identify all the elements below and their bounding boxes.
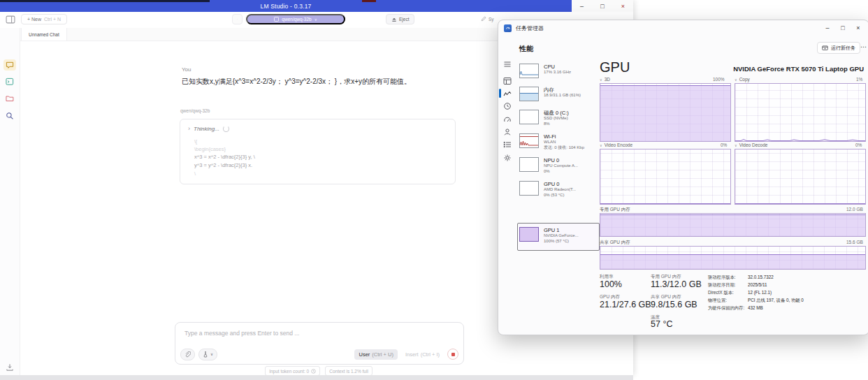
new-task-icon — [822, 45, 828, 51]
thinking-line: \[ — [194, 138, 197, 145]
close-button[interactable]: × — [621, 3, 625, 10]
maximize-button[interactable]: □ — [835, 24, 851, 31]
shared-memory-scale: 15.6 GB — [846, 240, 863, 244]
chart-dedicated-memory — [600, 213, 866, 237]
nav-startup-apps-icon[interactable] — [503, 115, 512, 124]
perf-item-npu[interactable]: NPU 0NPU Compute A...0% — [519, 157, 598, 174]
token-count-pill: Input token count: 0 — [265, 366, 320, 376]
paperclip-icon — [185, 351, 191, 358]
close-button[interactable]: × — [851, 24, 866, 31]
chart-video-encode — [600, 149, 731, 205]
eject-button[interactable]: Eject — [386, 14, 414, 24]
maximize-button[interactable]: □ — [600, 3, 604, 10]
chart-video-decode-scale: 0% — [855, 142, 862, 147]
thinking-line: x^3 = x^2 - \dfrac{2}{3} y, \ — [194, 153, 255, 161]
chat-bubble-icon — [6, 61, 14, 69]
more-options-button[interactable]: ⋯ — [860, 43, 867, 50]
nav-menu-icon[interactable] — [503, 60, 512, 68]
lmstudio-window-controls: – □ × — [572, 0, 633, 12]
cpu-mini-graph — [519, 64, 539, 78]
panels-toggle-icon[interactable] — [6, 15, 15, 24]
dedicated-stat-value: 11.3/12.0 GB — [651, 279, 702, 289]
nav-performance-icon[interactable] — [503, 89, 512, 98]
thinking-label: Thinking... — [194, 126, 219, 132]
stop-generation-button[interactable] — [447, 349, 458, 360]
hardware-reserved-memory-row: 为硬件保留的内存:432 MB — [708, 305, 763, 312]
perf-item-gpu1[interactable]: GPU 1NVIDIA GeForce...100% (57 °C) — [519, 227, 598, 244]
minimize-button[interactable]: – — [580, 3, 584, 10]
insert-button[interactable]: Insert (Ctrl + I) — [401, 349, 444, 360]
background-window-edge — [0, 0, 210, 2]
taskbar-edge — [0, 375, 633, 380]
nav-app-history-icon[interactable] — [503, 102, 512, 110]
flask-icon — [203, 351, 208, 358]
perf-item-gpu0[interactable]: GPU 0AMD Radeon(T...0% (53 °C) — [519, 181, 598, 198]
search-icon — [6, 112, 14, 120]
perf-item-wifi[interactable]: Wi-FiWLAN发送: 0 接收: 104 Kbp — [519, 133, 598, 150]
model-chip-icon — [274, 17, 279, 22]
chart-video-encode-scale: 0% — [721, 142, 727, 147]
copy-activity-trace — [735, 136, 865, 141]
pencil-icon — [481, 16, 486, 22]
sidebar-item-developer[interactable] — [3, 76, 16, 87]
perf-item-disk[interactable]: 磁盘 0 (C:)SSD (NVMe)8% — [519, 110, 598, 126]
chart-shared-memory — [600, 246, 866, 270]
gpu1-mini-graph — [519, 227, 539, 242]
chart-video-decode — [735, 149, 866, 205]
nav-users-icon[interactable] — [503, 128, 512, 136]
sidebar-item-downloads[interactable] — [3, 362, 16, 373]
chart-3d — [600, 83, 731, 142]
perf-item-cpu[interactable]: CPU17% 3.16 GHz — [519, 64, 598, 78]
chat-user-message: 已知实数x,y满足{x^3=x^2-2/3y； y^3=y^2-2/3x； }，… — [182, 77, 545, 87]
task-manager-window-controls: – □ × — [820, 20, 866, 36]
chevron-down-icon: ∨ — [735, 143, 737, 147]
task-manager-titlebar[interactable]: 任务管理器 — [498, 20, 868, 36]
shared-memory-label: 共享 GPU 内存 — [600, 240, 630, 246]
nav-services-icon[interactable] — [503, 154, 512, 162]
sidebar-item-models[interactable] — [3, 93, 16, 104]
gpu0-mini-graph — [519, 181, 539, 196]
sidebar-item-discover[interactable] — [3, 110, 16, 122]
directx-version-row: DirectX 版本:12 (FL 12.1) — [708, 290, 772, 296]
nav-details-icon[interactable] — [503, 140, 512, 149]
gpu-memory-value: 21.1/27.6 GB — [600, 300, 651, 309]
minimize-button[interactable]: – — [820, 24, 835, 31]
chart-copy-label[interactable]: ∨ Copy — [735, 77, 750, 82]
model-selector[interactable]: qwen/qwq-32b ∨ — [246, 14, 345, 24]
new-chat-label: + New — [27, 17, 41, 22]
attach-button[interactable] — [180, 349, 195, 360]
thinking-header[interactable]: › Thinking... — [188, 125, 229, 132]
nav-processes-icon[interactable] — [503, 77, 512, 85]
task-manager-title: 任务管理器 — [516, 24, 544, 32]
chevron-down-icon: ∨ — [600, 78, 602, 82]
message-input[interactable]: Type a message and press Enter to send .… — [185, 330, 299, 337]
eject-icon — [391, 17, 397, 22]
disclosure-icon: › — [188, 125, 190, 132]
thinking-line: y^3 = y^2 - \dfrac{2}{3} x. — [194, 161, 252, 169]
lmstudio-sidebar — [0, 28, 20, 375]
chart-video-decode-label[interactable]: ∨ Video Decode — [735, 142, 767, 147]
chart-3d-label[interactable]: ∨ 3D — [600, 77, 610, 82]
send-as-user-button[interactable]: User (Ctrl + U) — [354, 349, 397, 360]
run-new-task-button[interactable]: 运行新任务 — [817, 42, 860, 54]
gear-icon — [237, 16, 238, 22]
chat-user-label: You — [182, 66, 191, 73]
perf-item-memory[interactable]: 内存18.9/31.1 GB (61%) — [519, 87, 598, 101]
model-settings-button[interactable] — [232, 14, 243, 24]
chat-model-label: qwen/qwq-32b — [180, 108, 210, 113]
dedicated-memory-label: 专用 GPU 内存 — [600, 207, 630, 213]
new-chat-button[interactable]: + New Ctrl + N — [21, 14, 67, 24]
composer-actions: ∨ User (Ctrl + U) Insert (Ctrl + I) — [180, 349, 458, 360]
chart-3d-scale: 100% — [713, 77, 725, 82]
stop-icon — [451, 353, 455, 356]
composer-status-row: Input token count: 0 Context is 1.2% ful… — [175, 366, 463, 376]
thinking-block[interactable]: › Thinking... \[ \begin{cases} x^3 = x^2… — [180, 119, 456, 184]
download-icon — [6, 363, 14, 372]
sidebar-item-chat[interactable] — [3, 59, 16, 71]
thinking-line: \begin{cases} — [194, 145, 226, 153]
tools-button[interactable]: ∨ — [198, 349, 217, 360]
page-title: 性能 — [519, 44, 533, 54]
chart-video-encode-label[interactable]: ∨ Video Encode — [600, 142, 632, 147]
system-prompt-fragment[interactable]: Sy — [481, 16, 494, 22]
tab-unnamed-chat[interactable]: Unnamed Chat — [21, 28, 67, 41]
